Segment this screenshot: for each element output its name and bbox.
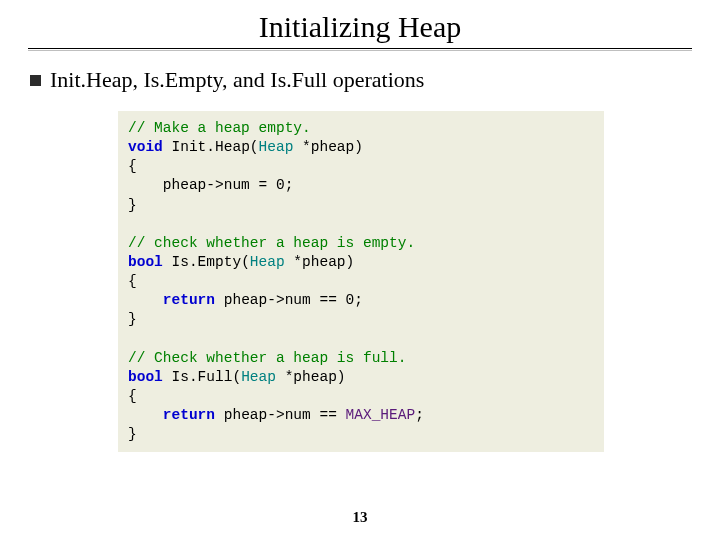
code-type: Heap	[259, 139, 294, 155]
slide-title: Initializing Heap	[0, 0, 720, 48]
slide: Initializing Heap Init.Heap, Is.Empty, a…	[0, 0, 720, 540]
code-text: Is.Full(	[163, 369, 241, 385]
code-text: }	[128, 311, 137, 327]
subtitle-row: Init.Heap, Is.Empty, and Is.Full operati…	[30, 67, 720, 93]
code-text: }	[128, 426, 137, 442]
code-text: *pheap)	[285, 254, 355, 270]
code-comment: // check whether a heap is empty.	[128, 235, 415, 251]
code-text: *pheap)	[276, 369, 346, 385]
code-box: // Make a heap empty. void Init.Heap(Hea…	[118, 111, 604, 452]
code-keyword: bool	[128, 369, 163, 385]
subtitle-text: Init.Heap, Is.Empty, and Is.Full operati…	[50, 67, 424, 93]
code-text: Init.Heap(	[163, 139, 259, 155]
title-rule	[28, 48, 692, 49]
code-text: *pheap)	[293, 139, 363, 155]
code-keyword: return	[163, 407, 215, 423]
code-text: ;	[415, 407, 424, 423]
code-text: pheap->num ==	[215, 407, 346, 423]
code-text: {	[128, 158, 137, 174]
code-type: Heap	[250, 254, 285, 270]
page-number: 13	[0, 509, 720, 526]
code-text: pheap->num = 0;	[128, 177, 293, 193]
code-comment: // Make a heap empty.	[128, 120, 311, 136]
code-text: }	[128, 197, 137, 213]
code-text: Is.Empty(	[163, 254, 250, 270]
code-text	[128, 407, 163, 423]
code-keyword: return	[163, 292, 215, 308]
code-const: MAX_HEAP	[346, 407, 416, 423]
code-text: {	[128, 273, 137, 289]
code-keyword: bool	[128, 254, 163, 270]
code-text: pheap->num == 0;	[215, 292, 363, 308]
code-comment: // Check whether a heap is full.	[128, 350, 406, 366]
code-type: Heap	[241, 369, 276, 385]
code-text	[128, 292, 163, 308]
code-text: {	[128, 388, 137, 404]
code-keyword: void	[128, 139, 163, 155]
bullet-icon	[30, 75, 41, 86]
